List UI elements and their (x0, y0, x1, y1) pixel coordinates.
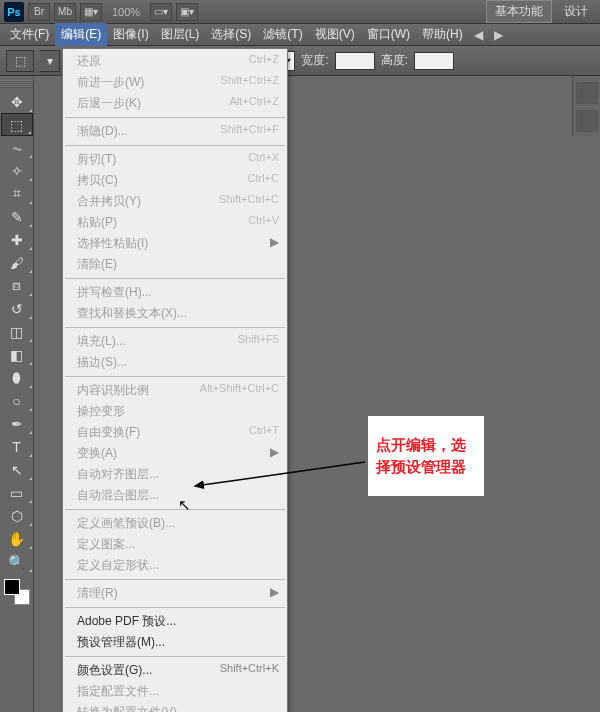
menu-item: 查找和替换文本(X)... (63, 303, 287, 324)
tool-crop[interactable]: ⌗ (1, 182, 33, 205)
panel-icon-1[interactable] (576, 82, 598, 104)
menu-item: 渐隐(D)...Shift+Ctrl+F (63, 121, 287, 142)
tool-stamp[interactable]: ⧈ (1, 274, 33, 297)
height-label: 高度: (381, 52, 408, 69)
screen-mode-button[interactable]: ▣▾ (176, 3, 198, 21)
menu-item: 选择性粘贴(I)▶ (63, 233, 287, 254)
workspace-design-button[interactable]: 设计 (556, 1, 596, 22)
tool-hand[interactable]: ✋ (1, 527, 33, 550)
height-field[interactable] (414, 52, 454, 70)
menu-item: 定义图案... (63, 534, 287, 555)
tool-marquee[interactable]: ⬚ (1, 113, 33, 136)
menu-item[interactable]: 颜色设置(G)...Shift+Ctrl+K (63, 660, 287, 681)
foreground-color[interactable] (4, 579, 20, 595)
bridge-button[interactable]: Br (28, 3, 50, 21)
tool-dodge[interactable]: ○ (1, 389, 33, 412)
menu-file[interactable]: 文件(F) (4, 23, 55, 46)
menu-layer[interactable]: 图层(L) (155, 23, 206, 46)
annotation-callout: 点开编辑，选择预设管理器 (368, 416, 484, 496)
title-bar: Ps Br Mb ▦▾ 100% ▭▾ ▣▾ 基本功能 设计 (0, 0, 600, 24)
panel-icon-2[interactable] (576, 110, 598, 132)
menu-item: 拷贝(C)Ctrl+C (63, 170, 287, 191)
tool-3d[interactable]: ⬡ (1, 504, 33, 527)
tool-pen[interactable]: ✒ (1, 412, 33, 435)
edit-menu-dropdown: 还原Ctrl+Z前进一步(W)Shift+Ctrl+Z后退一步(K)Alt+Ct… (62, 48, 288, 712)
arrange-button[interactable]: ▭▾ (150, 3, 172, 21)
menu-item: 自动对齐图层... (63, 464, 287, 485)
menu-item: 描边(S)... (63, 352, 287, 373)
menu-item: 清除(E) (63, 254, 287, 275)
menu-item: 内容识别比例Alt+Shift+Ctrl+C (63, 380, 287, 401)
tool-preset-preview[interactable]: ⬚ (6, 50, 34, 72)
menu-item: 变换(A)▶ (63, 443, 287, 464)
tool-eyedropper[interactable]: ✎ (1, 205, 33, 228)
tool-blur[interactable]: ⬮ (1, 366, 33, 389)
menu-item: 指定配置文件... (63, 681, 287, 702)
menu-bar: 文件(F) 编辑(E) 图像(I) 图层(L) 选择(S) 滤镜(T) 视图(V… (0, 24, 600, 46)
menu-item: 前进一步(W)Shift+Ctrl+Z (63, 72, 287, 93)
menu-item: 定义画笔预设(B)... (63, 513, 287, 534)
menu-edit[interactable]: 编辑(E) (55, 23, 107, 46)
annotation-text: 点开编辑，选择预设管理器 (376, 434, 476, 479)
menu-prev-icon[interactable]: ◀ (471, 27, 487, 43)
menu-item: 自由变换(F)Ctrl+T (63, 422, 287, 443)
menu-item[interactable]: Adobe PDF 预设... (63, 611, 287, 632)
color-swatch[interactable] (4, 579, 30, 605)
menu-item: 拼写检查(H)... (63, 282, 287, 303)
menu-next-icon[interactable]: ▶ (491, 27, 507, 43)
tool-brush[interactable]: 🖌 (1, 251, 33, 274)
zoom-level[interactable]: 100% (112, 6, 140, 18)
menu-image[interactable]: 图像(I) (107, 23, 154, 46)
menu-item: 自动混合图层... (63, 485, 287, 506)
menu-item: 清理(R)▶ (63, 583, 287, 604)
tool-type[interactable]: T (1, 435, 33, 458)
toolbar-grip[interactable] (0, 80, 33, 88)
menu-filter[interactable]: 滤镜(T) (257, 23, 308, 46)
menu-item: 合并拷贝(Y)Shift+Ctrl+C (63, 191, 287, 212)
tool-gradient[interactable]: ◧ (1, 343, 33, 366)
app-logo: Ps (4, 2, 24, 22)
menu-select[interactable]: 选择(S) (205, 23, 257, 46)
view-extras-button[interactable]: ▦▾ (80, 3, 102, 21)
tool-preset-dropdown[interactable]: ▾ (40, 50, 60, 72)
minibridge-button[interactable]: Mb (54, 3, 76, 21)
menu-item[interactable]: 预设管理器(M)... (63, 632, 287, 653)
menu-item: 转换为配置文件(V)... (63, 702, 287, 712)
workspace-basic-button[interactable]: 基本功能 (486, 0, 552, 23)
menu-item: 操控变形 (63, 401, 287, 422)
panel-dock (572, 76, 600, 136)
menu-help[interactable]: 帮助(H) (416, 23, 469, 46)
tool-wand[interactable]: ✧ (1, 159, 33, 182)
menu-item: 定义自定形状... (63, 555, 287, 576)
tool-shape[interactable]: ▭ (1, 481, 33, 504)
menu-item: 还原Ctrl+Z (63, 51, 287, 72)
tool-eraser[interactable]: ◫ (1, 320, 33, 343)
menu-view[interactable]: 视图(V) (309, 23, 361, 46)
menu-item: 填充(L)...Shift+F5 (63, 331, 287, 352)
width-label: 宽度: (301, 52, 328, 69)
width-field[interactable] (335, 52, 375, 70)
tool-move[interactable]: ✥ (1, 90, 33, 113)
tool-path[interactable]: ↖ (1, 458, 33, 481)
tool-history[interactable]: ↺ (1, 297, 33, 320)
tool-zoom[interactable]: 🔍 (1, 550, 33, 573)
tool-lasso[interactable]: ⏦ (1, 136, 33, 159)
tool-palette: ✥⬚⏦✧⌗✎✚🖌⧈↺◫◧⬮○✒T↖▭⬡✋🔍 (0, 76, 34, 712)
menu-item: 粘贴(P)Ctrl+V (63, 212, 287, 233)
tool-heal[interactable]: ✚ (1, 228, 33, 251)
menu-window[interactable]: 窗口(W) (361, 23, 416, 46)
menu-item: 后退一步(K)Alt+Ctrl+Z (63, 93, 287, 114)
menu-item: 剪切(T)Ctrl+X (63, 149, 287, 170)
